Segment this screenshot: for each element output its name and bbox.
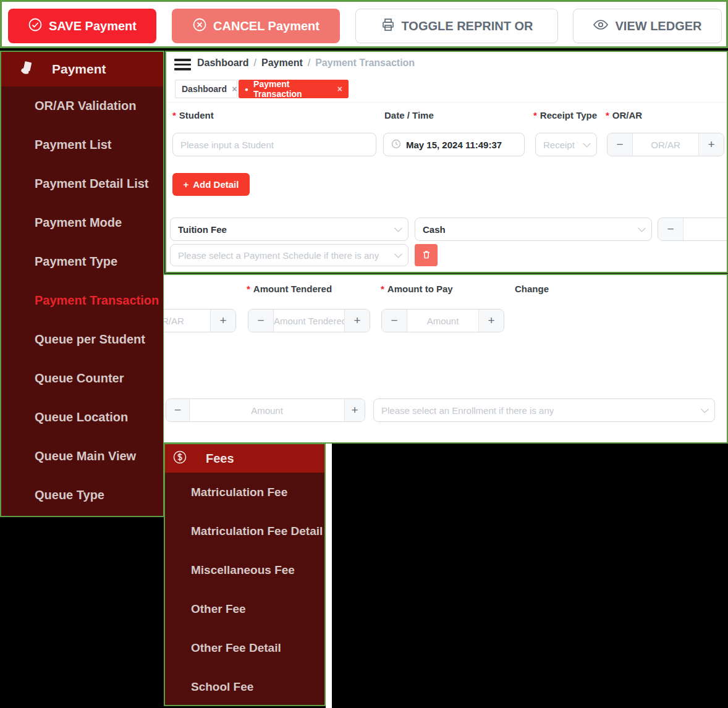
tab-close-icon[interactable]: × (232, 84, 237, 94)
student-input[interactable] (173, 133, 376, 156)
fees-item-other-fee-detail[interactable]: Other Fee Detail (165, 628, 324, 667)
receipt-type-select[interactable]: Receipt Type (535, 133, 597, 156)
tab-payment-transaction-label: Payment Transaction (253, 79, 332, 99)
amount-to-pay-increment-button[interactable]: + (478, 310, 504, 332)
student-label: *Student (172, 110, 214, 120)
amount-tendered-increment-button[interactable]: + (344, 310, 370, 332)
fees-item-matriculation-fee[interactable]: Matriculation Fee (165, 473, 324, 512)
or-ar-input[interactable] (164, 310, 210, 332)
or-ar-input[interactable] (633, 133, 698, 156)
amount-to-pay-decrement-button[interactable]: − (382, 310, 407, 332)
enrollment-select[interactable]: Please select an Enrollment if there is … (373, 398, 715, 422)
breadcrumb: Dashboard / Payment / Payment Transactio… (197, 57, 415, 69)
fees-item-matriculation-fee-detail[interactable]: Matriculation Fee Detail (165, 512, 324, 550)
payment-sidebar: Payment OR/AR Validation Payment List Pa… (0, 51, 164, 517)
amount-tendered-input[interactable] (274, 310, 344, 332)
toggle-reprint-or-button[interactable]: TOGGLE REPRINT OR (355, 9, 558, 43)
tab-close-icon[interactable]: × (337, 84, 342, 94)
amount-to-pay-stepper: − + (381, 309, 504, 332)
amount-input[interactable] (190, 399, 344, 421)
sidebar-item-queue-per-student[interactable]: Queue per Student (1, 320, 163, 359)
add-detail-button[interactable]: + Add Detail (172, 173, 250, 196)
sidebar-item-or-ar-validation[interactable]: OR/AR Validation (1, 86, 163, 125)
datetime-value: May 15, 2024 11:49:37 (406, 140, 502, 150)
trash-icon (421, 250, 431, 261)
fees-header[interactable]: Fees (165, 444, 324, 473)
chevron-down-icon (638, 224, 646, 232)
required-marker: * (172, 110, 176, 120)
fees-item-school-fee[interactable]: School Fee (165, 667, 324, 706)
sidebar-header-payment[interactable]: Payment (1, 52, 163, 86)
view-ledger-label: VIEW LEDGER (615, 19, 701, 33)
amount-decrement-button[interactable]: − (166, 399, 190, 421)
detail-amount-stepper: − (658, 217, 728, 241)
tab-payment-transaction[interactable]: ● Payment Transaction × (239, 80, 349, 98)
save-payment-button[interactable]: SAVE Payment (8, 9, 156, 43)
sidebar-item-payment-type[interactable]: Payment Type (1, 242, 163, 281)
breadcrumb-dashboard[interactable]: Dashboard (197, 57, 249, 69)
tab-dashboard-label: Dashboard (182, 84, 227, 94)
amount-increment-button[interactable]: + (344, 399, 365, 421)
fees-item-other-fee[interactable]: Other Fee (165, 589, 324, 628)
or-ar-increment-button[interactable]: + (698, 133, 724, 156)
or-ar-label: *OR/AR (606, 110, 642, 120)
enrollment-placeholder: Please select an Enrollment if there is … (381, 405, 554, 416)
fees-sidebar: Fees Matriculation Fee Matriculation Fee… (164, 443, 326, 706)
or-ar-decrement-button[interactable]: − (607, 133, 633, 156)
printer-icon (381, 17, 396, 35)
sidebar-item-payment-mode[interactable]: Payment Mode (1, 203, 163, 242)
sidebar-item-payment-list[interactable]: Payment List (1, 125, 163, 164)
breadcrumb-payment[interactable]: Payment (261, 57, 303, 69)
payment-icon (19, 60, 35, 79)
amount-to-pay-input[interactable] (407, 310, 478, 332)
detail-amount-decrement-button[interactable]: − (658, 218, 684, 240)
tab-dashboard[interactable]: Dashboard × (175, 80, 237, 98)
check-circle-icon (28, 17, 43, 35)
sidebar-item-queue-counter[interactable]: Queue Counter (1, 359, 163, 398)
active-tab-dot-icon: ● (245, 86, 248, 93)
plus-icon: + (184, 179, 189, 190)
view-ledger-button[interactable]: VIEW LEDGER (573, 9, 722, 43)
change-label: Change (515, 284, 549, 294)
or-ar-stepper-clipped: − + (164, 309, 236, 332)
fees-header-label: Fees (206, 452, 234, 466)
datetime-picker[interactable]: May 15, 2024 11:49:37 (383, 133, 525, 156)
amount-stepper: − + (166, 398, 365, 422)
required-marker: * (247, 284, 250, 294)
clock-icon (391, 139, 401, 151)
save-payment-label: SAVE Payment (49, 19, 137, 33)
payment-schedule-placeholder: Please select a Payment Schedule if ther… (178, 250, 379, 261)
detail-amount-input[interactable] (684, 218, 728, 240)
hamburger-menu-icon[interactable] (174, 59, 191, 70)
fees-item-miscellaneous-fee[interactable]: Miscellaneous Fee (165, 550, 324, 589)
sidebar-item-queue-type[interactable]: Queue Type (1, 476, 163, 515)
tab-divider (166, 102, 728, 103)
required-marker: * (381, 284, 384, 294)
payment-schedule-select[interactable]: Please select a Payment Schedule if ther… (170, 244, 408, 266)
or-ar-increment-button[interactable]: + (210, 310, 235, 332)
receipt-type-label: *Receipt Type (533, 110, 597, 120)
amount-tendered-decrement-button[interactable]: − (248, 310, 274, 332)
sidebar-item-payment-transaction[interactable]: Payment Transaction (1, 281, 163, 320)
breadcrumb-separator: / (254, 57, 256, 69)
sidebar-item-queue-main-view[interactable]: Queue Main View (1, 437, 163, 476)
chevron-down-icon (583, 140, 591, 148)
sidebar-item-payment-detail-list[interactable]: Payment Detail List (1, 164, 163, 203)
amount-to-pay-label: *Amount to Pay (381, 284, 453, 294)
sidebar-item-queue-location[interactable]: Queue Location (1, 398, 163, 437)
cancel-payment-button[interactable]: CANCEL Payment (172, 9, 340, 43)
delete-detail-button[interactable] (415, 244, 438, 266)
chevron-down-icon (394, 224, 402, 232)
required-marker: * (533, 110, 537, 120)
panel-gap (326, 444, 332, 708)
fee-type-select[interactable]: Tuition Fee (170, 217, 408, 241)
toggle-reprint-or-label: TOGGLE REPRINT OR (402, 19, 533, 33)
breadcrumb-separator: / (308, 57, 310, 69)
student-input-wrap (172, 133, 376, 156)
required-marker: * (606, 110, 609, 120)
amounts-panel: *Amount Tendered *Amount to Pay Change −… (164, 274, 728, 444)
amount-tendered-stepper: − + (248, 309, 370, 332)
cancel-payment-label: CANCEL Payment (213, 19, 320, 33)
payment-mode-value: Cash (423, 224, 446, 235)
payment-mode-select[interactable]: Cash (415, 217, 652, 241)
